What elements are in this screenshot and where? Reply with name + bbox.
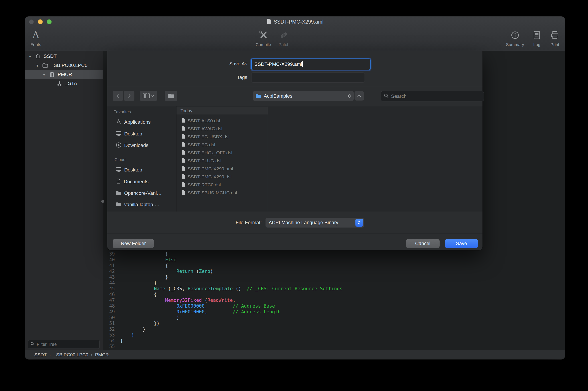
breadcrumb-item[interactable]: SSDT (34, 352, 47, 357)
file-icon (181, 182, 185, 188)
sidebar-item-documents[interactable]: Documents (110, 177, 174, 187)
view-mode-button[interactable] (140, 91, 157, 101)
code-line: 41 { (103, 263, 565, 269)
window-title: SSDT-PMC-X299.aml (274, 19, 324, 25)
cancel-button[interactable]: Cancel (406, 239, 440, 248)
title-area: SSDT-PMC-X299.aml (267, 16, 324, 27)
file-format-popup[interactable]: ACPI Machine Language Binary (265, 218, 364, 227)
zoom-button[interactable] (47, 19, 52, 24)
minimize-button[interactable] (38, 19, 43, 24)
patch-icon (279, 28, 289, 42)
code-line: 42 Return (Zero) (103, 269, 565, 274)
disclosure-triangle-icon[interactable]: ▾ (35, 63, 39, 68)
column-view-icon (143, 94, 150, 98)
sidebar-item-icloud-desktop[interactable]: Desktop (110, 165, 174, 175)
line-number: 53 (103, 332, 117, 338)
line-number: 45 (103, 286, 117, 292)
location-popup[interactable]: AcpiSamples (253, 91, 354, 101)
new-folder-toolbar-button[interactable] (165, 91, 177, 101)
places-sidebar: Favorites Applications Desktop (107, 106, 176, 211)
forward-button[interactable] (124, 91, 134, 101)
new-folder-button[interactable]: New Folder (113, 239, 154, 248)
file-icon (181, 118, 185, 124)
tree-item-pmcr[interactable]: ▾ PMCR (25, 70, 103, 79)
tags-input[interactable] (251, 73, 365, 83)
line-number: 44 (103, 280, 117, 286)
code-lines: 39 }40 Else41 {42 Return (Zero)43 }44 }4… (103, 251, 565, 349)
fonts-button[interactable]: A Fonts (30, 28, 41, 47)
tree-item-sta[interactable]: _STA (25, 79, 103, 88)
blue-folder-icon (255, 94, 261, 98)
file-row[interactable]: SSDT-PLUG.dsl (176, 157, 268, 165)
file-row[interactable]: SSDT-EHCx_OFF.dsl (176, 149, 268, 157)
save-as-input[interactable]: SSDT-PMC-X299.aml (251, 59, 370, 70)
breadcrumb-item[interactable]: PMCR (95, 352, 109, 357)
file-row[interactable]: SSDT-PMC-X299.dsl (176, 173, 268, 181)
tree-item-sb-pc00-lpc0[interactable]: ▾ _SB.PC00.LPC0 (25, 61, 103, 70)
log-button[interactable]: Log (532, 28, 541, 47)
status-bar: SSDT › _SB.PC00.LPC0 › PMCR (25, 350, 565, 359)
titlebar[interactable]: SSDT-PMC-X299.aml A Fonts Compile (25, 16, 565, 51)
breadcrumb-item[interactable]: _SB.PC00.LPC0 (53, 352, 88, 357)
file-name: SSDT-PMC-X299.aml (188, 166, 233, 172)
disclosure-triangle-icon[interactable]: ▾ (42, 72, 46, 77)
file-row[interactable]: SSDT-ALS0.dsl (176, 117, 268, 125)
summary-label: Summary (506, 42, 524, 47)
fonts-icon: A (32, 30, 39, 40)
file-name: SSDT-ALS0.dsl (188, 118, 220, 123)
log-label: Log (533, 42, 540, 47)
sidebar-item-vanilla-laptop[interactable]: vanilla-laptop-… (110, 200, 174, 209)
sidebar-item-downloads[interactable]: Downloads (110, 141, 174, 150)
line-number: 42 (103, 269, 117, 274)
line-number: 52 (103, 326, 117, 332)
file-name: SSDT-EHCx_OFF.dsl (188, 150, 232, 155)
file-row[interactable]: SSDT-SBUS-MCHC.dsl (176, 189, 268, 197)
cancel-button-label: Cancel (415, 241, 430, 246)
code-line: 50 ) (103, 315, 565, 320)
search-placeholder: Search (391, 94, 407, 99)
summary-button[interactable]: Summary (506, 28, 524, 47)
icloud-section-title: iCloud (114, 157, 125, 162)
file-row[interactable]: SSDT-EC.dsl (176, 141, 268, 149)
file-row[interactable]: SSDT-AWAC.dsl (176, 125, 268, 133)
sidebar-item-label: Downloads (124, 143, 148, 148)
code-line: 44 } (103, 280, 565, 286)
sidebar-item-opencore-vanilla[interactable]: Opencore-Vani… (110, 188, 174, 198)
search-input[interactable]: Search (381, 91, 484, 101)
file-row[interactable]: SSDT-EC-USBX.dsl (176, 133, 268, 141)
code-line: 45 Name (_CRS, ResourceTemplate () // _C… (103, 286, 565, 292)
downloads-icon (116, 142, 121, 149)
breadcrumb-separator: › (91, 352, 92, 357)
sidebar-item-desktop[interactable]: Desktop (110, 129, 174, 139)
patch-label: Patch (279, 42, 290, 47)
house-icon (35, 53, 41, 59)
patch-button[interactable]: Patch (279, 28, 290, 47)
line-number: 48 (103, 303, 117, 309)
file-icon (181, 142, 185, 148)
splitter-handle[interactable] (101, 200, 104, 203)
search-icon (30, 342, 35, 347)
documents-icon (116, 178, 121, 185)
print-button[interactable]: Print (550, 28, 560, 47)
new-folder-button-label: New Folder (121, 241, 146, 246)
file-row[interactable]: SSDT-RTC0.dsl (176, 181, 268, 189)
disclosure-triangle-icon[interactable]: ▾ (28, 54, 32, 59)
desktop-icon (116, 131, 121, 137)
back-button[interactable] (113, 91, 123, 101)
line-number: 51 (103, 320, 117, 326)
up-directory-button[interactable] (354, 91, 364, 100)
compile-button[interactable]: Compile (255, 28, 271, 47)
save-button[interactable]: Save (445, 239, 478, 248)
log-icon (532, 28, 541, 42)
close-button[interactable] (29, 19, 34, 24)
document-proxy-icon (267, 18, 271, 25)
text-caret (302, 61, 303, 67)
sidebar-item-label: Desktop (124, 131, 142, 137)
tree-item-ssdt[interactable]: ▾ SSDT (25, 52, 103, 61)
device-icon (49, 72, 55, 77)
file-row[interactable]: SSDT-PMC-X299.aml (176, 165, 268, 173)
filter-tree-input[interactable]: Filter Tree (28, 340, 100, 349)
file-format-value: ACPI Machine Language Binary (269, 220, 338, 225)
file-group-header: Today (176, 107, 268, 115)
sidebar-item-applications[interactable]: Applications (110, 117, 174, 127)
